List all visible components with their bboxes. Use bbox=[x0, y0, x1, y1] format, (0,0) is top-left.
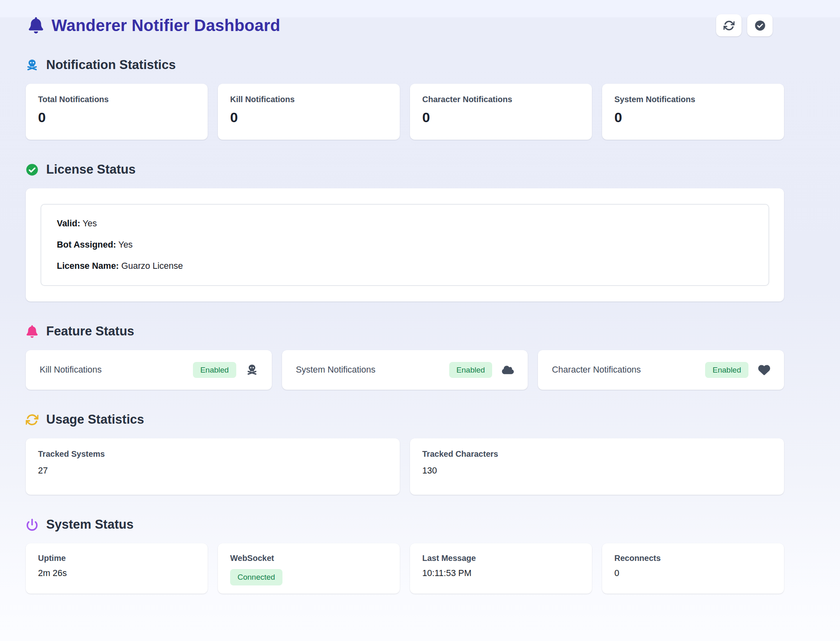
section-title: Feature Status bbox=[46, 324, 134, 339]
license-row-license-name: License Name: Guarzo License bbox=[57, 261, 753, 271]
refresh-icon bbox=[724, 20, 735, 31]
sync-icon bbox=[26, 413, 38, 426]
feature-label: System Notifications bbox=[296, 365, 376, 375]
license-card: Valid: Yes Bot Assigned: Yes License Nam… bbox=[26, 188, 784, 302]
app-header: Wanderer Notifier Dashboard bbox=[26, 14, 784, 36]
skull-crossbones-icon bbox=[246, 364, 258, 376]
license-row-valid: Valid: Yes bbox=[57, 219, 753, 229]
feature-card-kill-notifications: Kill Notifications Enabled bbox=[26, 350, 272, 390]
stat-value: 0 bbox=[614, 109, 772, 125]
title-wrap: Wanderer Notifier Dashboard bbox=[26, 16, 280, 35]
bell-icon bbox=[26, 325, 38, 338]
status-ok-button[interactable] bbox=[747, 14, 773, 36]
dashboard-page: Wanderer Notifier Dashboard Notification… bbox=[0, 0, 840, 641]
license-details-panel: Valid: Yes Bot Assigned: Yes License Nam… bbox=[40, 204, 769, 286]
system-card-websocket: WebSocket Connected bbox=[218, 543, 400, 594]
page-title: Wanderer Notifier Dashboard bbox=[52, 16, 280, 35]
skull-crossbones-icon bbox=[26, 59, 38, 71]
websocket-status-badge: Connected bbox=[230, 569, 282, 585]
section-license-status: License Status Valid: Yes Bot Assigned: … bbox=[26, 162, 784, 302]
section-header: Notification Statistics bbox=[26, 58, 784, 72]
stat-value: 0 bbox=[422, 109, 580, 125]
stat-label: System Notifications bbox=[614, 95, 772, 104]
section-header: License Status bbox=[26, 162, 784, 177]
usage-value: 27 bbox=[38, 466, 388, 476]
section-title: License Status bbox=[46, 162, 136, 177]
status-badge: Enabled bbox=[449, 362, 493, 378]
field-label: Valid: bbox=[57, 219, 80, 228]
feature-label: Kill Notifications bbox=[40, 365, 102, 375]
system-label: Last Message bbox=[422, 554, 580, 563]
field-value: Guarzo License bbox=[121, 261, 183, 271]
power-icon bbox=[26, 518, 38, 531]
system-label: WebSocket bbox=[230, 554, 388, 563]
field-label: License Name: bbox=[57, 261, 119, 271]
check-circle-icon bbox=[26, 163, 38, 176]
status-badge: Enabled bbox=[705, 362, 748, 378]
section-header: System Status bbox=[26, 517, 784, 532]
stat-label: Total Notifications bbox=[38, 95, 195, 104]
field-value: Yes bbox=[119, 240, 133, 250]
system-card-reconnects: Reconnects 0 bbox=[602, 543, 784, 594]
usage-label: Tracked Systems bbox=[38, 449, 388, 459]
system-label: Uptime bbox=[38, 554, 195, 563]
usage-label: Tracked Characters bbox=[422, 449, 772, 459]
stat-value: 0 bbox=[230, 109, 388, 125]
feature-label: Character Notifications bbox=[552, 365, 641, 375]
stat-card-character-notifications: Character Notifications 0 bbox=[410, 84, 592, 140]
stat-label: Character Notifications bbox=[422, 95, 580, 104]
usage-card-tracked-systems: Tracked Systems 27 bbox=[26, 438, 400, 495]
heart-icon bbox=[758, 364, 770, 376]
section-title: Usage Statistics bbox=[46, 412, 144, 427]
feature-card-system-notifications: System Notifications Enabled bbox=[282, 350, 528, 390]
section-notification-statistics: Notification Statistics Total Notificati… bbox=[26, 58, 784, 140]
stat-label: Kill Notifications bbox=[230, 95, 388, 104]
header-toolbar bbox=[716, 14, 773, 36]
field-value: Yes bbox=[83, 219, 97, 228]
usage-value: 130 bbox=[422, 466, 772, 476]
section-header: Feature Status bbox=[26, 324, 784, 339]
section-system-status: System Status Uptime 2m 26s WebSocket Co… bbox=[26, 517, 784, 594]
license-row-bot-assigned: Bot Assigned: Yes bbox=[57, 240, 753, 250]
stat-value: 0 bbox=[38, 109, 195, 125]
system-card-uptime: Uptime 2m 26s bbox=[26, 543, 208, 594]
section-usage-statistics: Usage Statistics Tracked Systems 27 Trac… bbox=[26, 412, 784, 495]
system-value: 10:11:53 PM bbox=[422, 568, 580, 578]
bell-icon bbox=[29, 17, 43, 34]
section-header: Usage Statistics bbox=[26, 412, 784, 427]
section-title: System Status bbox=[46, 517, 134, 532]
stat-card-total-notifications: Total Notifications 0 bbox=[26, 84, 208, 140]
stat-card-system-notifications: System Notifications 0 bbox=[602, 84, 784, 140]
cloud-icon bbox=[502, 364, 514, 376]
system-label: Reconnects bbox=[614, 554, 772, 563]
check-circle-icon bbox=[755, 20, 766, 31]
status-badge: Enabled bbox=[193, 362, 236, 378]
system-card-last-message: Last Message 10:11:53 PM bbox=[410, 543, 592, 594]
refresh-button[interactable] bbox=[716, 14, 741, 36]
usage-card-tracked-characters: Tracked Characters 130 bbox=[410, 438, 784, 495]
system-value: 0 bbox=[614, 568, 772, 578]
section-title: Notification Statistics bbox=[46, 58, 176, 72]
section-feature-status: Feature Status Kill Notifications Enable… bbox=[26, 324, 784, 390]
stat-card-kill-notifications: Kill Notifications 0 bbox=[218, 84, 400, 140]
system-value: 2m 26s bbox=[38, 568, 195, 578]
feature-card-character-notifications: Character Notifications Enabled bbox=[538, 350, 784, 390]
field-label: Bot Assigned: bbox=[57, 240, 116, 250]
